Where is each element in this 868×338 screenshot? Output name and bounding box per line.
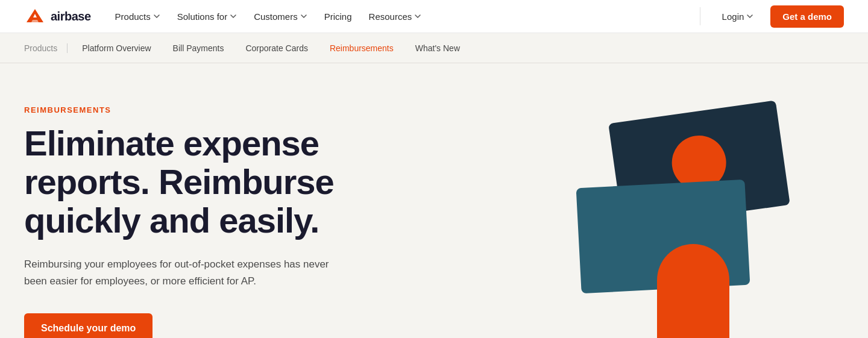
subnav-item-corporate-cards[interactable]: Corporate Cards: [236, 40, 318, 57]
login-button[interactable]: Login: [715, 8, 761, 25]
subnav: Products Platform Overview Bill Payments…: [0, 33, 868, 63]
subnav-item-bill-payments[interactable]: Bill Payments: [163, 40, 234, 57]
nav-divider: [700, 7, 700, 25]
logo-text: airbase: [51, 10, 91, 23]
chevron-down-icon: [414, 13, 421, 20]
main-navbar: airbase Products Solutions for Customers…: [0, 0, 868, 33]
subnav-item-whats-new[interactable]: What's New: [406, 40, 470, 57]
hero-cta-button[interactable]: Schedule your demo: [24, 313, 153, 338]
chevron-down-icon: [300, 13, 307, 20]
subnav-items: Platform Overview Bill Payments Corporat…: [72, 40, 470, 57]
navbar-right: Login Get a demo: [695, 5, 844, 28]
logo-icon: [24, 8, 46, 25]
chevron-down-icon: [746, 13, 753, 20]
illustration-arch: [657, 244, 729, 338]
hero-content: REIMBURSEMENTS Eliminate expense reports…: [24, 99, 410, 338]
chevron-down-icon: [230, 13, 237, 20]
hero-section: REIMBURSEMENTS Eliminate expense reports…: [0, 63, 868, 338]
nav-items: Products Solutions for Customers Pricing…: [108, 8, 429, 25]
nav-item-customers[interactable]: Customers: [247, 8, 315, 25]
subnav-root[interactable]: Products: [24, 43, 68, 53]
hero-title: Eliminate expense reports. Reimburse qui…: [24, 124, 410, 239]
subnav-item-reimbursements[interactable]: Reimbursements: [320, 40, 403, 57]
navbar-left: airbase Products Solutions for Customers…: [24, 8, 695, 25]
nav-item-pricing[interactable]: Pricing: [317, 8, 359, 25]
chevron-down-icon: [153, 13, 160, 20]
hero-illustration: [579, 111, 820, 338]
hero-eyebrow: REIMBURSEMENTS: [24, 105, 410, 114]
nav-item-products[interactable]: Products: [108, 8, 168, 25]
get-demo-button[interactable]: Get a demo: [770, 5, 844, 28]
hero-subtitle: Reimbursing your employees for out-of-po…: [24, 256, 338, 289]
nav-item-solutions[interactable]: Solutions for: [170, 8, 244, 25]
subnav-item-platform-overview[interactable]: Platform Overview: [72, 40, 160, 57]
logo[interactable]: airbase: [24, 8, 91, 25]
nav-item-resources[interactable]: Resources: [362, 8, 429, 25]
